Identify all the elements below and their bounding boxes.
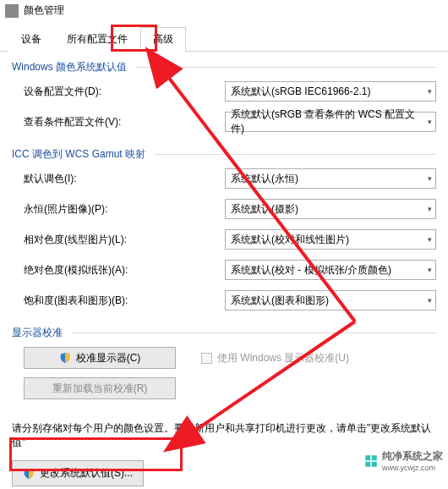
chevron-down-icon: ▾ xyxy=(428,266,432,274)
tab-device[interactable]: 设备 xyxy=(8,27,54,52)
chevron-down-icon: ▾ xyxy=(428,296,432,305)
group-windows-defaults: Windows 颜色系统默认值 设备配置文件(D): 系统默认(sRGB IEC… xyxy=(12,60,436,137)
tab-advanced[interactable]: 高级 xyxy=(140,27,186,52)
svg-rect-3 xyxy=(372,455,377,460)
svg-rect-4 xyxy=(365,461,370,466)
checkbox-box xyxy=(201,353,212,364)
group-calibration: 显示器校准 校准显示器(C) 使用 Windows 显示器校准(U) xyxy=(12,326,436,403)
svg-rect-2 xyxy=(365,455,370,460)
shield-icon xyxy=(23,468,35,480)
group-title-defaults: Windows 颜色系统默认值 xyxy=(12,60,436,76)
use-windows-calibration-checkbox[interactable]: 使用 Windows 显示器校准(U) xyxy=(201,351,349,365)
svg-rect-5 xyxy=(372,461,377,466)
group-title-icc: ICC 调色到 WCS Gamut 映射 xyxy=(12,147,436,163)
label-viewing-profile: 查看条件配置文件(V): xyxy=(15,115,225,129)
group-icc: ICC 调色到 WCS Gamut 映射 默认调色(I): 系统默认(永恒) ▾… xyxy=(12,147,436,316)
group-title-calibration: 显示器校准 xyxy=(12,326,436,342)
chevron-down-icon: ▾ xyxy=(428,118,432,126)
watermark-icon xyxy=(363,453,379,469)
dropdown-relative[interactable]: 系统默认(校对和线性图片) ▾ xyxy=(225,229,436,250)
dropdown-perceptual[interactable]: 系统默认(摄影) ▾ xyxy=(225,199,436,219)
chevron-down-icon: ▾ xyxy=(428,205,432,213)
chevron-down-icon: ▾ xyxy=(428,174,432,183)
label-relative: 相对色度(线型图片)(L): xyxy=(15,233,225,247)
dropdown-default-rendering[interactable]: 系统默认(永恒) ▾ xyxy=(225,168,436,189)
chevron-down-icon: ▾ xyxy=(428,235,432,244)
chevron-down-icon: ▾ xyxy=(428,87,432,96)
dropdown-saturation[interactable]: 系统默认(图表和图形) ▾ xyxy=(225,290,436,310)
label-perceptual: 永恒(照片图像)(P): xyxy=(15,202,225,217)
calibrate-display-button[interactable]: 校准显示器(C) xyxy=(24,347,176,369)
label-saturation: 饱和度(图表和图形)(B): xyxy=(15,294,225,308)
dropdown-absolute[interactable]: 系统默认(校对 - 模拟纸张/介质颜色) ▾ xyxy=(225,260,436,280)
reload-calibration-button[interactable]: 重新加载当前校准(R) xyxy=(24,377,176,399)
label-default-rendering: 默认调色(I): xyxy=(15,172,225,186)
dropdown-device-profile[interactable]: 系统默认(sRGB IEC61966-2.1) ▾ xyxy=(225,81,436,102)
titlebar: 颜色管理 xyxy=(0,0,448,21)
watermark: 纯净系统之家 www.ycwjz.com xyxy=(363,449,443,472)
shield-icon xyxy=(59,352,71,364)
app-icon xyxy=(5,4,19,18)
change-system-defaults-button[interactable]: 更改系统默认值(S)... xyxy=(12,460,144,486)
label-absolute: 绝对色度(模拟纸张)(A): xyxy=(15,263,225,277)
tab-strip: 设备 所有配置文件 高级 xyxy=(0,26,448,52)
dropdown-viewing-profile[interactable]: 系统默认(sRGB 查看条件的 WCS 配置文件) ▾ xyxy=(225,112,436,132)
label-device-profile: 设备配置文件(D): xyxy=(15,85,225,99)
tab-all-profiles[interactable]: 所有配置文件 xyxy=(54,27,140,52)
window-title: 颜色管理 xyxy=(24,3,64,18)
